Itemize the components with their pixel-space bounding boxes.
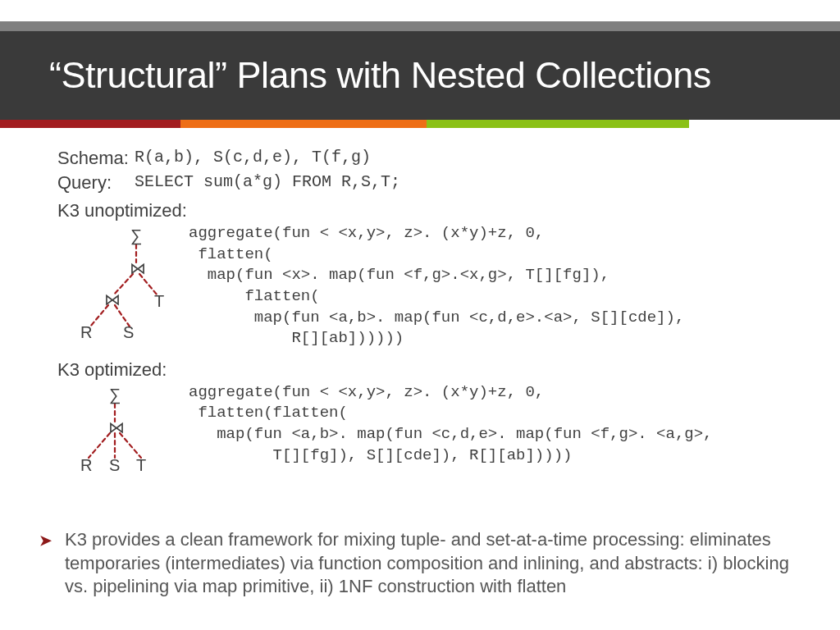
join-icon: ⋈	[130, 259, 146, 277]
bullet-block: ➤ K3 provides a clean framework for mixi…	[39, 528, 806, 599]
accent-orange	[180, 120, 427, 128]
svg-line-6	[89, 433, 110, 458]
join-icon: ⋈	[108, 418, 125, 436]
node-T: T	[136, 456, 146, 472]
slide-title: “Structural” Plans with Nested Collectio…	[0, 54, 711, 97]
k3-opt-code: aggregate(fun < <x,y>, z>. (x*y)+z, 0, f…	[189, 382, 796, 467]
bullet-arrow-icon: ➤	[39, 532, 52, 550]
schema-value: R(a,b), S(c,d,e), T(f,g)	[135, 148, 371, 169]
query-row: Query: SELECT sum(a*g) FROM R,S,T;	[57, 172, 796, 194]
node-T: T	[154, 292, 164, 310]
sum-icon: ∑	[130, 226, 142, 245]
query-value: SELECT sum(a*g) FROM R,S,T;	[135, 172, 400, 194]
node-R: R	[80, 323, 92, 338]
bullet-text: K3 provides a clean framework for mixing…	[65, 528, 806, 599]
node-S: S	[109, 456, 120, 472]
schema-row: Schema: R(a,b), S(c,d,e), T(f,g)	[57, 148, 796, 169]
k3-opt-block: ∑ ⋈ R S T aggregate(fun < <x,y>, z>. (x*…	[57, 382, 796, 472]
k3-unopt-block: ∑ ⋈ T ⋈ R S aggregate(fun < <x,y>, z>. (…	[57, 223, 796, 349]
node-S: S	[123, 323, 134, 338]
accent-rest	[689, 120, 840, 128]
k3-unopt-code: aggregate(fun < <x,y>, z>. (x*y)+z, 0, f…	[189, 223, 796, 349]
title-band: “Structural” Plans with Nested Collectio…	[0, 31, 840, 120]
top-bar	[0, 21, 840, 31]
k3-opt-label: K3 optimized:	[57, 359, 796, 381]
k3-unopt-label: K3 unoptimized:	[57, 200, 796, 221]
schema-label: Schema:	[57, 148, 135, 169]
svg-line-8	[120, 433, 141, 458]
query-label: Query:	[57, 172, 135, 194]
accent-red	[0, 120, 180, 128]
accent-green	[427, 120, 689, 128]
slide: “Structural” Plans with Nested Collectio…	[0, 0, 840, 630]
sum-icon: ∑	[109, 386, 121, 404]
node-R: R	[80, 456, 92, 472]
accent-bar	[0, 120, 840, 128]
tree-opt: ∑ ⋈ R S T	[57, 382, 189, 472]
tree-unopt: ∑ ⋈ T ⋈ R S	[57, 223, 189, 338]
join-icon: ⋈	[104, 290, 121, 308]
content: Schema: R(a,b), S(c,d,e), T(f,g) Query: …	[57, 148, 796, 472]
